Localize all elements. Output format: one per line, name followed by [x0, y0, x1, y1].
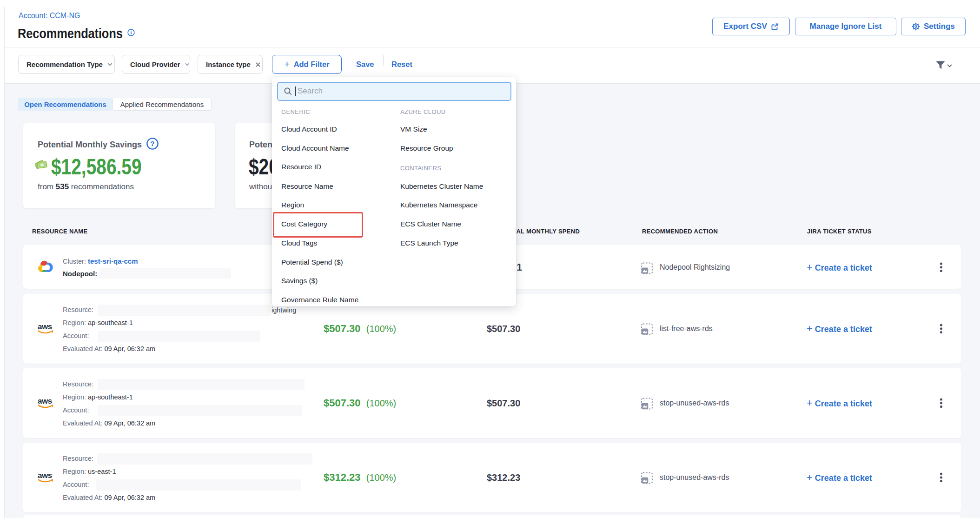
svg-text:aws: aws [38, 397, 52, 405]
svg-text:aws: aws [38, 323, 52, 331]
svg-text:?: ? [150, 139, 154, 147]
svg-text:aws: aws [38, 472, 52, 480]
